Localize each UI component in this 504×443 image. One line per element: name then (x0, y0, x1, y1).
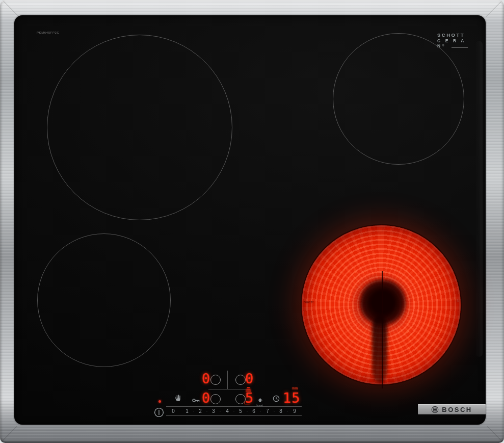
level-separator: · (205, 408, 208, 413)
display-front-left-level: 0 (202, 391, 210, 405)
bosch-logo-badge: BOSCH (418, 404, 486, 414)
power-on-indicator-dot (158, 400, 161, 403)
hand-icon[interactable] (174, 394, 181, 403)
boost-print: boost (304, 300, 314, 304)
level-separator: · (286, 408, 289, 413)
power-level-4[interactable]: 4 (224, 408, 231, 414)
heating-element-stem-shadow (372, 315, 387, 383)
ceran-glass-surface: PKM645FP2C SCHOTT C E R A N® (14, 15, 486, 425)
power-level-8[interactable]: 8 (277, 408, 284, 414)
timer-display: 15 (283, 391, 301, 405)
frame-mitre (0, 426, 17, 443)
power-level-3[interactable]: 3 (210, 408, 217, 414)
schott-line: SCHOTT (437, 32, 469, 38)
frame-mitre (1, 0, 18, 16)
zone-select-back-left[interactable] (210, 375, 221, 385)
fine-print-line (452, 47, 468, 48)
timer-unit-label: min (292, 386, 298, 390)
zone-cross-horizontal (208, 389, 247, 389)
zone-select-front-left[interactable] (210, 394, 221, 404)
cooking-zone-back-left (47, 35, 232, 220)
boost-arrow-icon (258, 398, 262, 402)
zone-select-back-right[interactable] (235, 375, 246, 385)
display-back-right-level: 0 (245, 372, 254, 385)
level-separator: · (273, 408, 276, 413)
cooking-zone-front-right-glowing: boost (301, 224, 462, 385)
timer-clock-icon[interactable] (273, 395, 280, 404)
level-separator: · (259, 408, 262, 413)
power-level-5[interactable]: 5 (237, 408, 244, 414)
power-level-9[interactable]: 9 (291, 408, 298, 414)
power-level-7[interactable]: 7 (264, 408, 271, 414)
power-level-0[interactable]: 0 (170, 408, 177, 414)
display-back-left-level: 0 (202, 372, 210, 385)
zone-extension-marker: » (456, 299, 461, 301)
power-icon[interactable] (154, 407, 164, 420)
key-lock-icon[interactable] (192, 396, 200, 405)
level-separator: · (219, 408, 222, 413)
hob-steel-frame: PKM645FP2C SCHOTT C E R A N® (0, 0, 504, 443)
zone-cross-vertical (227, 371, 228, 389)
power-level-6[interactable]: 6 (250, 408, 257, 414)
glass-reflection (475, 41, 483, 357)
level-separator: · (232, 408, 235, 413)
power-level-1[interactable]: 1 (183, 408, 191, 414)
level-separator: · (246, 408, 249, 413)
cooking-zone-front-left (37, 233, 171, 367)
model-number: PKM645FP2C (37, 31, 59, 34)
bosch-anchor-icon (431, 406, 439, 413)
schott-ceran-logo: SCHOTT C E R A N® (437, 32, 469, 48)
element-divider-line (382, 271, 383, 388)
slider-track-top (166, 406, 302, 407)
zone-select-front-right[interactable] (235, 394, 246, 404)
frame-mitre (487, 426, 503, 443)
boost-key[interactable]: boost (256, 395, 264, 407)
dual-circuit-active-mark (245, 402, 250, 404)
power-level-2[interactable]: 2 (197, 408, 204, 414)
frame-mitre (486, 0, 502, 17)
cooking-zone-back-right (333, 33, 464, 165)
level-separator: · (192, 408, 195, 413)
slider-track-bottom (166, 415, 302, 416)
bosch-logo-text: BOSCH (442, 406, 472, 413)
